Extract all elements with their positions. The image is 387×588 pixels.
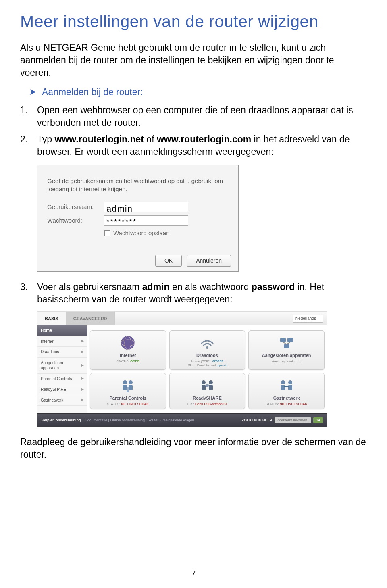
svg-point-20 bbox=[281, 380, 285, 384]
sidebar-item-home[interactable]: Home bbox=[37, 325, 87, 336]
wifi-icon bbox=[198, 335, 216, 351]
footer-help-label: Help en ondersteuning bbox=[42, 418, 81, 423]
sidebar-item-label: Internet bbox=[41, 339, 54, 344]
sidebar-item-internet[interactable]: Internet▶ bbox=[37, 336, 87, 347]
help-search-input[interactable]: Zoekterm invoeren bbox=[275, 417, 311, 423]
step-2-url-1: www.routerlogin.net bbox=[54, 134, 144, 144]
arrow-icon: ➤ bbox=[29, 86, 36, 98]
footer-links[interactable]: Documentatie | Online ondersteuning | Ro… bbox=[85, 418, 194, 423]
dialog-instruction: Geef de gebruikersnaam en het wachtwoord… bbox=[47, 177, 230, 193]
search-go-button[interactable]: GA bbox=[313, 417, 323, 423]
sidebar-item-label: Aangesloten apparaten bbox=[41, 360, 81, 371]
save-password-label: Wachtwoord opslaan bbox=[113, 229, 170, 237]
svg-line-8 bbox=[287, 342, 290, 344]
chevron-right-icon: ▶ bbox=[81, 388, 84, 392]
tile-apparaten[interactable]: Aangesloten apparaten Aantal apparaten :… bbox=[248, 330, 325, 370]
sidebar-item-parental[interactable]: Parental Controls▶ bbox=[37, 374, 87, 385]
tile-readyshare[interactable]: ReadySHARE TUS: Geen USB-station ST bbox=[169, 373, 246, 409]
svg-rect-12 bbox=[129, 385, 133, 390]
sidebar-item-gastnetwerk[interactable]: Gastnetwerk▶ bbox=[37, 395, 87, 406]
svg-rect-14 bbox=[127, 389, 129, 392]
save-password-checkbox[interactable] bbox=[104, 230, 110, 236]
step-2-text-a: Typ bbox=[37, 134, 54, 144]
sidebar-item-label: Gastnetwerk bbox=[41, 398, 63, 403]
tab-geavanceerd[interactable]: GEAVANCEERD bbox=[66, 312, 115, 325]
tile-draadloos[interactable]: Draadloos Naam (SSID): 626262Sleutel/wac… bbox=[169, 330, 246, 370]
svg-point-13 bbox=[127, 387, 129, 389]
subheading-row: ➤ Aanmelden bij de router: bbox=[29, 86, 367, 98]
username-label: Gebruikersnaam: bbox=[47, 203, 104, 211]
svg-point-16 bbox=[209, 380, 213, 384]
subheading-text: Aanmelden bij de router: bbox=[42, 86, 143, 98]
ok-button[interactable]: OK bbox=[155, 255, 182, 267]
chevron-right-icon: ▶ bbox=[81, 377, 84, 381]
svg-point-3 bbox=[206, 346, 208, 349]
tile-title: Aangesloten apparaten bbox=[250, 352, 322, 359]
router-dashboard: BASIS GEAVANCEERD Nederlands Home Intern… bbox=[37, 311, 327, 427]
cancel-button[interactable]: Annuleren bbox=[187, 255, 231, 267]
share-icon bbox=[198, 377, 216, 394]
svg-line-7 bbox=[283, 342, 287, 344]
svg-point-10 bbox=[129, 380, 133, 384]
step-1: Open een webbrowser op een computer die … bbox=[20, 104, 367, 129]
page-heading: Meer instellingen van de router wijzigen bbox=[20, 12, 367, 31]
globe-icon bbox=[119, 335, 137, 351]
family-icon bbox=[119, 377, 137, 394]
svg-point-21 bbox=[288, 380, 292, 384]
step-3-text-c: en als wachtwoord bbox=[170, 281, 252, 292]
svg-point-19 bbox=[206, 384, 209, 387]
tile-gastnetwerk[interactable]: Gastnetwerk STATUS: NIET INGESCHAK bbox=[248, 373, 325, 409]
svg-point-9 bbox=[123, 380, 127, 384]
page-number: 7 bbox=[0, 569, 387, 578]
login-dialog: Geef de gebruikersnaam en het wachtwoord… bbox=[37, 165, 239, 272]
devices-icon bbox=[278, 335, 295, 351]
tiles-grid: Internet STATUS: GOED Draadloos Naam (SS… bbox=[87, 325, 327, 413]
svg-rect-11 bbox=[123, 385, 127, 390]
sidebar-item-label: Home bbox=[41, 328, 52, 334]
handshake-icon bbox=[278, 377, 295, 394]
tile-title: Draadloos bbox=[171, 352, 243, 359]
svg-point-15 bbox=[202, 380, 206, 384]
chevron-right-icon: ▶ bbox=[81, 398, 84, 402]
sidebar-item-label: ReadySHARE bbox=[41, 387, 66, 392]
tile-status: STATUS: NIET INGESCHAK bbox=[92, 402, 164, 406]
svg-rect-4 bbox=[280, 338, 286, 342]
sidebar-item-aangesloten[interactable]: Aangesloten apparaten▶ bbox=[37, 358, 87, 374]
chevron-right-icon: ▶ bbox=[81, 363, 84, 368]
tile-parental[interactable]: Parental Controls STATUS: NIET INGESCHAK bbox=[90, 373, 166, 409]
username-input[interactable]: admin bbox=[104, 202, 188, 212]
tile-title: Gastnetwerk bbox=[250, 395, 322, 401]
intro-paragraph: Als u NETGEAR Genie hebt gebruikt om de … bbox=[20, 42, 367, 79]
chevron-right-icon: ▶ bbox=[81, 339, 84, 344]
dashboard-footer: Help en ondersteuning Documentatie | Onl… bbox=[37, 413, 327, 427]
language-select[interactable]: Nederlands bbox=[293, 315, 323, 323]
tile-title: Parental Controls bbox=[92, 395, 164, 401]
tile-status: STATUS: GOED bbox=[92, 359, 164, 363]
tile-title: ReadySHARE bbox=[171, 395, 243, 401]
step-2: Typ www.routerlogin.net of www.routerlog… bbox=[20, 133, 367, 272]
sidebar-item-draadloos[interactable]: Draadloos▶ bbox=[37, 347, 87, 358]
svg-rect-17 bbox=[202, 385, 206, 390]
svg-rect-5 bbox=[287, 338, 293, 342]
tile-internet[interactable]: Internet STATUS: GOED bbox=[90, 330, 166, 370]
step-3: Voer als gebruikersnaam admin en als wac… bbox=[20, 281, 367, 427]
tile-status: TUS: Geen USB-station ST bbox=[171, 402, 243, 406]
svg-rect-18 bbox=[209, 385, 213, 390]
svg-rect-6 bbox=[284, 344, 289, 348]
sidebar-item-readyshare[interactable]: ReadySHARE▶ bbox=[37, 384, 87, 395]
tile-status: Naam (SSID): 626262Sleutel/wachtwoord: q… bbox=[171, 359, 243, 367]
svg-point-0 bbox=[121, 336, 135, 350]
step-3-admin: admin bbox=[142, 281, 170, 292]
password-label: Wachtwoord: bbox=[47, 217, 104, 225]
tile-status: Aantal apparaten : 1 bbox=[250, 359, 322, 363]
step-3-text-a: Voer als gebruikersnaam bbox=[37, 281, 142, 292]
search-in-help-label: ZOEKEN IN HELP bbox=[241, 418, 272, 423]
step-3-password: password bbox=[252, 281, 295, 292]
chevron-right-icon: ▶ bbox=[81, 350, 84, 354]
tab-basis[interactable]: BASIS bbox=[37, 312, 66, 325]
tile-title: Internet bbox=[92, 352, 164, 359]
sidebar-item-label: Parental Controls bbox=[41, 376, 72, 382]
tile-status: STATUS: NIET INGESCHAK bbox=[250, 402, 322, 406]
step-2-url-2: www.routerlogin.com bbox=[157, 134, 251, 144]
password-input[interactable]: ******** bbox=[104, 215, 188, 226]
